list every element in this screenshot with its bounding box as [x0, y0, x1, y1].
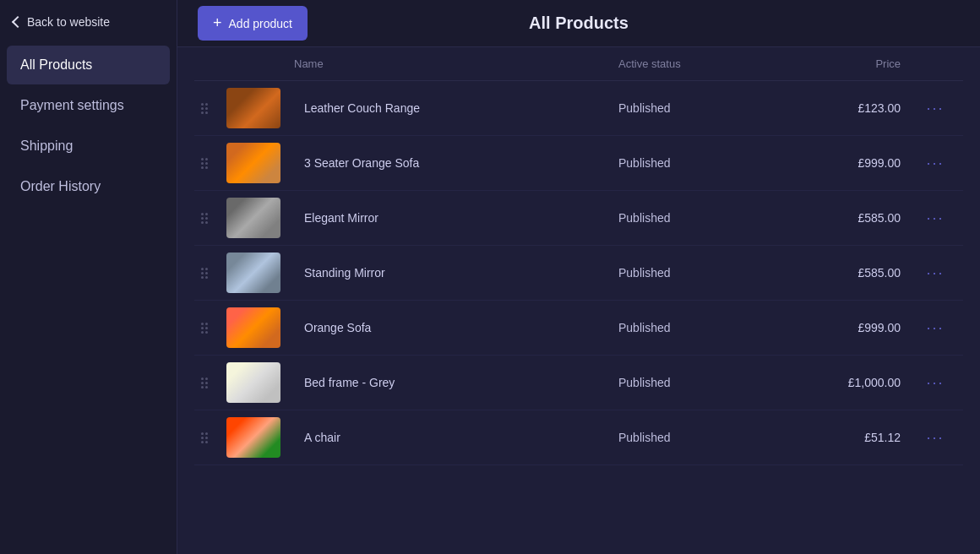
product-price: £999.00: [787, 156, 914, 170]
header: + Add product All Products: [177, 0, 980, 47]
product-name: Standing Mirror: [294, 266, 618, 280]
more-options-button[interactable]: ···: [914, 316, 956, 340]
more-options-button[interactable]: ···: [914, 96, 956, 121]
add-product-label: Add product: [229, 17, 293, 30]
status-badge: Published: [618, 156, 787, 170]
product-thumbnail: [226, 88, 280, 128]
drag-handle: [201, 213, 226, 224]
product-name: Bed frame - Grey: [294, 376, 618, 389]
more-options-button[interactable]: ···: [914, 426, 956, 450]
status-badge: Published: [618, 211, 787, 225]
drag-handle: [201, 268, 226, 279]
table-row[interactable]: Bed frame - Grey Published £1,000.00 ···: [194, 356, 963, 410]
status-badge: Published: [618, 101, 787, 115]
product-price: £585.00: [787, 266, 914, 280]
back-link-label: Back to website: [27, 15, 110, 29]
status-badge: Published: [618, 266, 787, 280]
chevron-left-icon: [12, 16, 24, 28]
product-thumbnail: [226, 143, 280, 183]
more-options-button[interactable]: ···: [914, 371, 956, 395]
product-rows-container: Leather Couch Range Published £123.00 ··…: [194, 81, 963, 465]
product-price: £585.00: [787, 211, 914, 225]
drag-handle: [201, 103, 226, 114]
drag-handle: [201, 158, 226, 169]
table-row[interactable]: Leather Couch Range Published £123.00 ··…: [194, 81, 963, 136]
table-row[interactable]: A chair Published £51.12 ···: [194, 410, 963, 465]
sidebar-item-shipping[interactable]: Shipping: [7, 127, 170, 166]
more-options-button[interactable]: ···: [914, 151, 956, 176]
product-price: £1,000.00: [787, 376, 914, 389]
more-options-button[interactable]: ···: [914, 206, 956, 231]
drag-handle: [201, 323, 226, 334]
drag-handle: [201, 432, 226, 443]
price-col-header: Price: [787, 57, 914, 70]
plus-icon: +: [213, 14, 222, 32]
table-row[interactable]: Standing Mirror Published £585.00 ···: [194, 246, 963, 301]
page-title: All Products: [529, 14, 629, 33]
product-thumbnail: [226, 307, 280, 348]
main-content: + Add product All Products Name Active s…: [177, 0, 980, 554]
product-name: Elegant Mirror: [294, 211, 618, 225]
back-to-website-link[interactable]: Back to website: [0, 0, 177, 44]
status-badge: Published: [618, 321, 787, 334]
status-badge: Published: [618, 431, 787, 444]
product-name: Orange Sofa: [294, 321, 618, 334]
table-row[interactable]: 3 Seater Orange Sofa Published £999.00 ·…: [194, 136, 963, 191]
table-header: Name Active status Price: [194, 47, 963, 81]
status-col-header: Active status: [618, 57, 787, 70]
product-name: Leather Couch Range: [294, 101, 618, 115]
sidebar-item-order-history[interactable]: Order History: [7, 167, 170, 206]
status-badge: Published: [618, 376, 787, 389]
table-row[interactable]: Orange Sofa Published £999.00 ···: [194, 301, 963, 356]
product-price: £999.00: [787, 321, 914, 334]
table-row[interactable]: Elegant Mirror Published £585.00 ···: [194, 191, 963, 246]
product-name: A chair: [294, 431, 618, 444]
product-thumbnail: [226, 253, 280, 293]
product-thumbnail: [226, 198, 280, 238]
drag-handle: [201, 377, 226, 388]
product-price: £123.00: [787, 101, 914, 115]
add-product-button[interactable]: + Add product: [198, 6, 308, 41]
product-name: 3 Seater Orange Sofa: [294, 156, 618, 170]
sidebar-item-payment-settings[interactable]: Payment settings: [7, 86, 170, 125]
product-thumbnail: [226, 362, 280, 403]
sidebar-item-all-products[interactable]: All Products: [7, 46, 170, 84]
more-options-button[interactable]: ···: [914, 261, 956, 285]
product-price: £51.12: [787, 431, 914, 444]
name-col-header: Name: [294, 57, 618, 70]
sidebar: Back to website All ProductsPayment sett…: [0, 0, 177, 554]
product-thumbnail: [226, 417, 280, 458]
product-table: Name Active status Price Leather Couch R…: [177, 47, 980, 554]
